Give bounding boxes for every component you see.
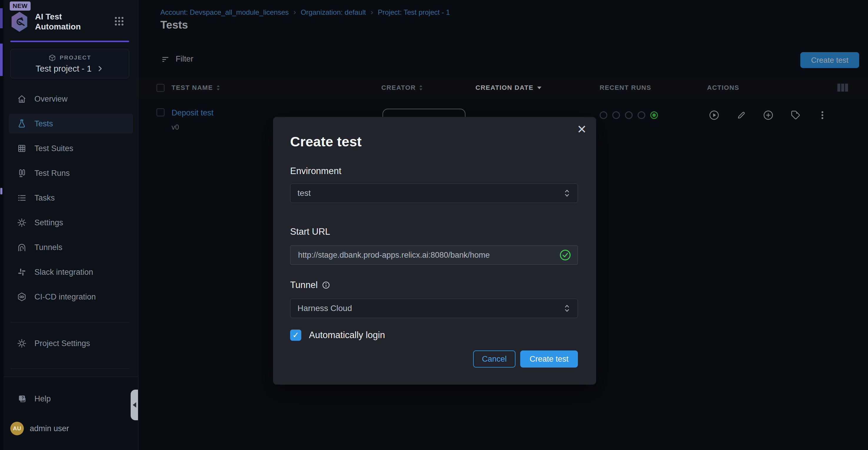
rail-accent [0, 44, 3, 76]
sidebar-item-tasks[interactable]: Tasks [9, 188, 133, 208]
chevron-right-icon [96, 65, 104, 73]
brand-logo-icon [10, 12, 29, 32]
environment-select[interactable]: test [290, 184, 578, 203]
main-content: Account: Devspace_all_module_licenses › … [138, 0, 868, 450]
cicd-hexagon-icon [17, 292, 27, 302]
brand: AI Test Automation [10, 12, 81, 32]
sidebar-item-help: ? Help [9, 389, 133, 414]
tunnel-label: Tunnel [290, 280, 330, 290]
avatar: AU [10, 422, 24, 435]
valid-check-icon [559, 249, 572, 261]
sidebar: NEW AI Test Automation [3, 0, 138, 450]
test-runs-icon [17, 168, 27, 178]
sidebar-item-test-suites[interactable]: Test Suites [9, 138, 133, 159]
new-badge: NEW [10, 1, 31, 10]
sidebar-item-project-settings: Project Settings [9, 333, 133, 358]
rail-accent [0, 188, 2, 194]
sidebar-item-settings[interactable]: Settings [9, 213, 133, 233]
modal-title: Create test [290, 133, 362, 150]
sidebar-item-cicd[interactable]: CI-CD integration [9, 287, 133, 307]
sidebar-collapse-handle[interactable] [131, 390, 138, 420]
user-menu[interactable]: AU admin user [10, 422, 69, 435]
sidebar-item-slack[interactable]: Slack integration [9, 262, 133, 282]
gear-icon [17, 338, 27, 348]
app-root: NEW AI Test Automation [0, 0, 868, 450]
sidebar-item-overview[interactable]: Overview [9, 89, 133, 109]
select-stepper-icon [563, 303, 570, 313]
info-icon[interactable] [322, 281, 330, 289]
modal-create-test-button[interactable]: Create test [520, 350, 578, 368]
user-name: admin user [30, 424, 69, 433]
tunnel-value: Harness Cloud [298, 304, 352, 313]
environment-label: Environment [290, 166, 341, 176]
collapse-arrow-icon [133, 402, 136, 407]
project-eyebrow: PROJECT [48, 54, 91, 62]
sidebar-footer [3, 377, 138, 450]
left-rail [0, 0, 3, 450]
app-title: AI Test Automation [35, 12, 81, 32]
list-icon [17, 193, 27, 203]
brand-accent-divider [10, 40, 129, 42]
start-url-input[interactable]: http://stage.dbank.prod-apps.relicx.ai:8… [290, 245, 578, 265]
gear-icon [17, 218, 27, 228]
cancel-button[interactable]: Cancel [473, 350, 516, 368]
help-chat-icon: ? [17, 394, 27, 404]
create-test-modal: ✕ Create test Environment test Start URL… [273, 117, 596, 385]
sidebar-divider [10, 368, 129, 369]
start-url-label: Start URL [290, 226, 330, 237]
project-name: Test project - 1 [36, 64, 92, 74]
sidebar-item-tests[interactable]: Tests [9, 114, 133, 134]
environment-value: test [298, 189, 311, 198]
auto-login-label: Automatically login [309, 330, 385, 340]
grid-icon [17, 143, 27, 153]
tunnel-icon [17, 243, 27, 252]
app-switcher-icon[interactable] [114, 16, 124, 27]
tunnel-select[interactable]: Harness Cloud [290, 299, 578, 318]
sidebar-divider [10, 322, 129, 322]
sidebar-item-test-runs[interactable]: Test Runs [9, 163, 133, 183]
home-icon [17, 94, 27, 104]
select-stepper-icon [563, 188, 570, 198]
start-url-value: http://stage.dbank.prod-apps.relicx.ai:8… [298, 251, 490, 260]
close-icon[interactable]: ✕ [577, 123, 587, 135]
checkbox-checked[interactable]: ✓ [290, 330, 301, 341]
rail-accent [0, 8, 3, 28]
sidebar-nav: Overview Tests Test Suites Test Runs [9, 89, 133, 312]
slack-icon [17, 267, 27, 277]
project-selector[interactable]: PROJECT Test project - 1 [10, 49, 129, 78]
svg-text:?: ? [22, 396, 24, 400]
auto-login-checkbox-row[interactable]: ✓ Automatically login [290, 330, 385, 341]
flask-icon [17, 119, 27, 129]
cube-icon [48, 54, 56, 62]
sidebar-item-tunnels[interactable]: Tunnels [9, 237, 133, 257]
